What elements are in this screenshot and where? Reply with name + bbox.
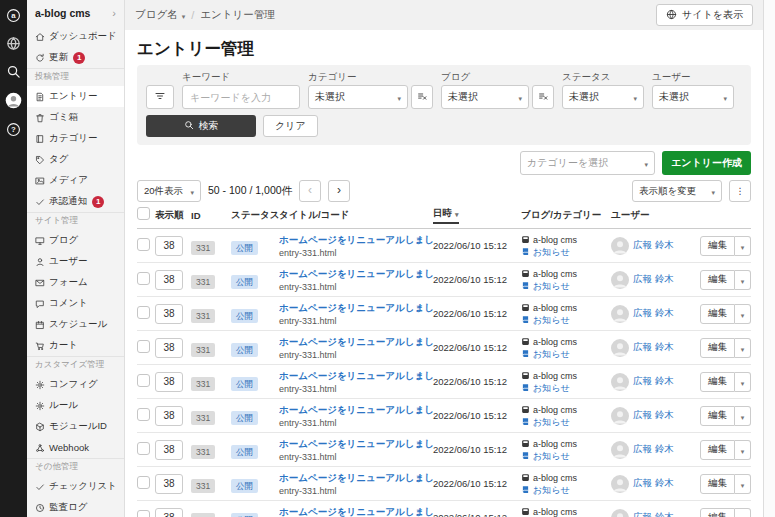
sidebar-item-blog[interactable]: ブログ [27, 230, 124, 251]
edit-dropdown-button[interactable] [735, 270, 751, 290]
row-checkbox[interactable] [137, 340, 150, 353]
edit-button[interactable]: 編集 [700, 372, 735, 392]
row-checkbox[interactable] [137, 442, 150, 455]
sidebar-item-tag[interactable]: タグ [27, 149, 124, 170]
sidebar-item-cart[interactable]: カート [27, 335, 124, 356]
view-site-button[interactable]: サイトを表示 [656, 4, 753, 26]
entry-title-link[interactable]: ホームページをリニューアルしました [279, 438, 433, 451]
row-checkbox[interactable] [137, 476, 150, 489]
status-select[interactable]: 未選択 [562, 85, 644, 109]
row-checkbox[interactable] [137, 306, 150, 319]
order-input[interactable] [155, 304, 183, 324]
edit-dropdown-button[interactable] [735, 304, 751, 324]
sidebar-item-trash[interactable]: ゴミ箱 [27, 107, 124, 128]
edit-button[interactable]: 編集 [700, 236, 735, 256]
sidebar-item-dashboard[interactable]: ダッシュボード [27, 26, 124, 47]
category-link[interactable]: お知らせ [533, 246, 570, 258]
sidebar-item-update[interactable]: 更新1 [27, 47, 124, 68]
category-link[interactable]: お知らせ [533, 314, 570, 326]
entry-title-link[interactable]: ホームページをリニューアルしました [279, 370, 433, 383]
help-icon[interactable]: ? [6, 122, 21, 137]
edit-dropdown-button[interactable] [735, 236, 751, 256]
sort-order-select[interactable]: 表示順を変更 [632, 180, 722, 202]
order-input[interactable] [155, 236, 183, 256]
user-link[interactable]: 広報 鈴木 [633, 443, 674, 456]
entry-title-link[interactable]: ホームページをリニューアルしました [279, 404, 433, 417]
edit-dropdown-button[interactable] [735, 474, 751, 494]
entry-title-link[interactable]: ホームページをリニューアルしました [279, 506, 433, 517]
edit-button[interactable]: 編集 [700, 338, 735, 358]
category-link[interactable]: お知らせ [533, 382, 570, 394]
user-link[interactable]: 広報 鈴木 [633, 477, 674, 490]
category-link[interactable]: お知らせ [533, 348, 570, 360]
filter-options-button[interactable] [146, 85, 174, 109]
row-checkbox[interactable] [137, 238, 150, 251]
more-options-button[interactable]: ⋮ [729, 180, 751, 202]
avatar-icon[interactable] [5, 92, 22, 109]
sidebar-item-media[interactable]: メディア [27, 170, 124, 191]
category-link[interactable]: お知らせ [533, 484, 570, 496]
order-input[interactable] [155, 270, 183, 290]
row-checkbox[interactable] [137, 272, 150, 285]
sidebar-item-rule[interactable]: ルール [27, 395, 124, 416]
order-input[interactable] [155, 440, 183, 460]
user-link[interactable]: 広報 鈴木 [633, 511, 674, 517]
entry-title-link[interactable]: ホームページをリニューアルしました [279, 268, 433, 281]
user-link[interactable]: 広報 鈴木 [633, 239, 674, 252]
sidebar-item-entry[interactable]: エントリー [27, 86, 124, 107]
edit-button[interactable]: 編集 [700, 440, 735, 460]
user-link[interactable]: 広報 鈴木 [633, 307, 674, 320]
per-page-select[interactable]: 20件表示 [137, 180, 201, 202]
category-clear-button[interactable] [411, 85, 433, 109]
edit-dropdown-button[interactable] [735, 372, 751, 392]
user-select[interactable]: 未選択 [652, 85, 734, 109]
user-link[interactable]: 広報 鈴木 [633, 409, 674, 422]
blog-select[interactable]: 未選択 [441, 85, 529, 109]
sidebar-item-module-id[interactable]: モジュールID [27, 416, 124, 437]
row-checkbox[interactable] [137, 374, 150, 387]
keyword-input[interactable] [182, 85, 300, 109]
globe-icon[interactable] [6, 36, 21, 51]
next-page-button[interactable]: › [328, 180, 350, 202]
sidebar-item-user[interactable]: ユーザー [27, 251, 124, 272]
sidebar-app-title[interactable]: a-blog cms › [27, 0, 124, 26]
edit-button[interactable]: 編集 [700, 304, 735, 324]
order-input[interactable] [155, 372, 183, 392]
edit-dropdown-button[interactable] [735, 338, 751, 358]
logo-icon[interactable]: a [6, 8, 21, 23]
order-input[interactable] [155, 338, 183, 358]
edit-button[interactable]: 編集 [700, 474, 735, 494]
category-link[interactable]: お知らせ [533, 416, 570, 428]
sidebar-item-category[interactable]: カテゴリー [27, 128, 124, 149]
row-checkbox[interactable] [137, 408, 150, 421]
category-select[interactable]: 未選択 [308, 85, 408, 109]
user-link[interactable]: 広報 鈴木 [633, 273, 674, 286]
sidebar-item-schedule[interactable]: スケジュール [27, 314, 124, 335]
sidebar-item-audit-log[interactable]: 監査ログ [27, 497, 124, 517]
edit-button[interactable]: 編集 [700, 508, 735, 517]
category-link[interactable]: お知らせ [533, 450, 570, 462]
search-button[interactable]: 検索 [146, 115, 256, 137]
create-entry-button[interactable]: エントリー作成 [662, 151, 751, 175]
sidebar-item-form[interactable]: フォーム [27, 272, 124, 293]
order-input[interactable] [155, 508, 183, 517]
entry-title-link[interactable]: ホームページをリニューアルしました [279, 336, 433, 349]
entry-title-link[interactable]: ホームページをリニューアルしました [279, 234, 433, 247]
prev-page-button[interactable]: ‹ [299, 180, 321, 202]
user-link[interactable]: 広報 鈴木 [633, 341, 674, 354]
row-checkbox[interactable] [137, 510, 150, 517]
sidebar-item-approval-notice[interactable]: 承認通知1 [27, 191, 124, 212]
sidebar-item-webhook[interactable]: Webhook [27, 437, 124, 458]
order-input[interactable] [155, 474, 183, 494]
edit-dropdown-button[interactable] [735, 508, 751, 517]
edit-button[interactable]: 編集 [700, 270, 735, 290]
sidebar-item-config[interactable]: コンフィグ [27, 374, 124, 395]
breadcrumb-blog-select[interactable]: ブログ名 [135, 8, 185, 22]
create-category-select[interactable]: カテゴリーを選択 [520, 151, 655, 175]
scrollbar[interactable] [763, 0, 775, 517]
sidebar-item-checklist[interactable]: チェックリスト [27, 476, 124, 497]
blog-clear-button[interactable] [532, 85, 554, 109]
category-link[interactable]: お知らせ [533, 280, 570, 292]
clear-button[interactable]: クリア [263, 115, 318, 137]
order-input[interactable] [155, 406, 183, 426]
